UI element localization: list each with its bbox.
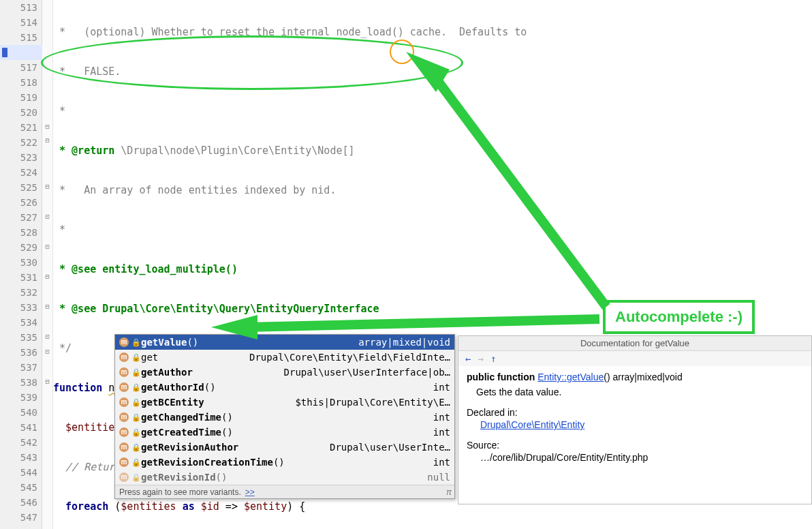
doc-sig-prefix: public function xyxy=(467,372,537,382)
autocomplete-return: array|mixed|void xyxy=(358,337,450,348)
autocomplete-more-link[interactable]: >> xyxy=(245,487,255,497)
fold-close-icon[interactable]: ⊡ xyxy=(44,243,51,250)
autocomplete-popup[interactable]: m🔒getValue()array|mixed|voidm🔒getDrupal\… xyxy=(114,334,455,499)
line-number: 518 xyxy=(0,75,37,90)
line-number: 517 xyxy=(0,60,37,75)
autocomplete-paren: () xyxy=(221,412,233,423)
var: $entities xyxy=(65,421,121,434)
lock-icon: 🔒 xyxy=(131,338,138,347)
line-number: 532 xyxy=(0,285,37,300)
autocomplete-item[interactable]: m🔒getRevisionAuthorDrupal\user\UserInte… xyxy=(115,440,454,455)
autocomplete-item[interactable]: m🔒getDrupal\Core\Entity\Field\FieldInte… xyxy=(115,350,454,365)
fold-minus-icon[interactable]: ⊟ xyxy=(44,273,51,280)
lock-icon: 🔒 xyxy=(131,368,138,377)
line-number: 523 xyxy=(0,150,37,165)
lock-icon: 🔒 xyxy=(131,413,138,422)
line-number: 541 xyxy=(0,420,37,435)
method-icon: m xyxy=(119,472,129,482)
line-number: 537 xyxy=(0,360,37,375)
autocomplete-name: getRevisionCreationTime xyxy=(141,457,273,468)
autocomplete-item[interactable]: m🔒getRevisionCreationTime()int xyxy=(115,455,454,470)
line-number: 545 xyxy=(0,480,37,495)
fold-minus-icon[interactable]: ⊟ xyxy=(44,303,51,310)
autocomplete-return: Drupal\user\UserInterface|ob… xyxy=(284,367,450,378)
method-icon: m xyxy=(119,382,129,392)
autocomplete-item[interactable]: m🔒getValue()array|mixed|void xyxy=(115,335,454,350)
line-number: 524 xyxy=(0,165,37,180)
autocomplete-item[interactable]: m🔒getAuthorDrupal\user\UserInterface|ob… xyxy=(115,365,454,380)
documentation-toolbar: ← → ↑ xyxy=(458,351,811,366)
lock-icon: 🔒 xyxy=(131,353,138,362)
viewport: 5135145155165175185195205215225235245255… xyxy=(0,0,812,529)
fold-close-icon[interactable]: ⊡ xyxy=(44,348,51,355)
back-icon[interactable]: ← xyxy=(465,353,471,364)
pi-icon: π xyxy=(446,485,452,499)
var: $entity xyxy=(244,500,287,513)
autocomplete-name: getChangedTime xyxy=(141,412,221,423)
autocomplete-paren: () xyxy=(273,457,285,468)
autocomplete-item[interactable]: m🔒getAuthorId()int xyxy=(115,380,454,395)
fold-minus-icon[interactable]: ⊟ xyxy=(44,123,51,130)
autocomplete-name: getRevisionId xyxy=(141,472,216,483)
autocomplete-paren: () xyxy=(187,337,198,348)
line-number: 538 xyxy=(0,375,37,390)
autocomplete-return: Drupal\user\UserInte… xyxy=(330,442,450,453)
autocomplete-paren: () xyxy=(216,472,228,483)
doc-declared-link[interactable]: Drupal\Core\Entity\Entity xyxy=(480,419,584,430)
lock-icon: 🔒 xyxy=(131,398,138,407)
method-icon: m xyxy=(119,367,129,377)
autocomplete-item[interactable]: m🔒getRevisionId()null xyxy=(115,470,454,485)
comment-text: * FALSE. xyxy=(53,65,121,78)
forward-icon[interactable]: → xyxy=(478,353,483,364)
comment-text: * xyxy=(53,224,65,236)
fold-minus-icon[interactable]: ⊟ xyxy=(44,136,51,144)
fold-minus-icon[interactable]: ⊟ xyxy=(44,183,51,190)
lock-icon: 🔒 xyxy=(131,443,138,452)
autocomplete-item[interactable]: m🔒getBCEntity$this|Drupal\Core\Entity\E… xyxy=(115,395,454,410)
annotation-badge: Autocompelete :-) xyxy=(603,300,755,334)
line-number: 547 xyxy=(0,510,37,525)
fold-close-icon[interactable]: ⊡ xyxy=(44,213,51,220)
method-icon: m xyxy=(119,457,129,467)
comment-text: * xyxy=(53,105,65,117)
var: $id xyxy=(201,500,219,513)
doc-entity-link[interactable]: Entity::getValue xyxy=(537,372,604,382)
method-icon: m xyxy=(119,427,129,437)
line-number: 522 xyxy=(0,135,37,150)
lock-icon: 🔒 xyxy=(131,458,138,467)
doc-type: \Drupal\node\Plugin\Core\Entity\Node[] xyxy=(114,145,354,157)
up-icon[interactable]: ↑ xyxy=(490,353,496,364)
line-number: 533 xyxy=(0,300,37,315)
line-number: 543 xyxy=(0,450,37,465)
method-icon: m xyxy=(119,352,129,362)
autocomplete-return: int xyxy=(433,412,450,423)
punct: ( xyxy=(108,500,121,513)
kw-as: as xyxy=(176,500,201,513)
fold-minus-icon[interactable]: ⊟ xyxy=(44,378,51,385)
comment-text: * An array of node entities indexed by n… xyxy=(53,184,336,196)
lock-icon: 🔒 xyxy=(131,383,138,392)
comment-text: * (optional) Whether to reset the intern… xyxy=(53,26,527,38)
autocomplete-return: Drupal\Core\Entity\Field\FieldInte… xyxy=(249,352,450,363)
autocomplete-name: getBCEntity xyxy=(141,397,204,408)
line-number: 515 xyxy=(0,30,37,45)
doc-return-tag: * @return xyxy=(53,145,114,157)
method-icon: m xyxy=(119,412,129,422)
comment-text: */ xyxy=(53,342,72,354)
punct: ) { xyxy=(287,500,305,513)
autocomplete-return: $this|Drupal\Core\Entity\E… xyxy=(295,397,450,408)
line-number: 535 xyxy=(0,330,37,345)
var: $entities xyxy=(121,500,176,513)
fold-close-icon[interactable]: ⊡ xyxy=(44,333,51,340)
punct: => xyxy=(219,500,244,513)
line-number: 544 xyxy=(0,465,37,480)
line-number: 528 xyxy=(0,225,37,240)
kw-function: function xyxy=(53,382,108,394)
line-number: 536 xyxy=(0,345,37,360)
autocomplete-return: int xyxy=(433,457,450,468)
doc-see-tag: * @see entity_load_multiple() xyxy=(53,263,238,275)
breakpoint-icon[interactable] xyxy=(2,48,7,57)
autocomplete-item[interactable]: m🔒getCreatedTime()int xyxy=(115,425,454,440)
method-icon: m xyxy=(119,442,129,452)
autocomplete-item[interactable]: m🔒getChangedTime()int xyxy=(115,410,454,425)
